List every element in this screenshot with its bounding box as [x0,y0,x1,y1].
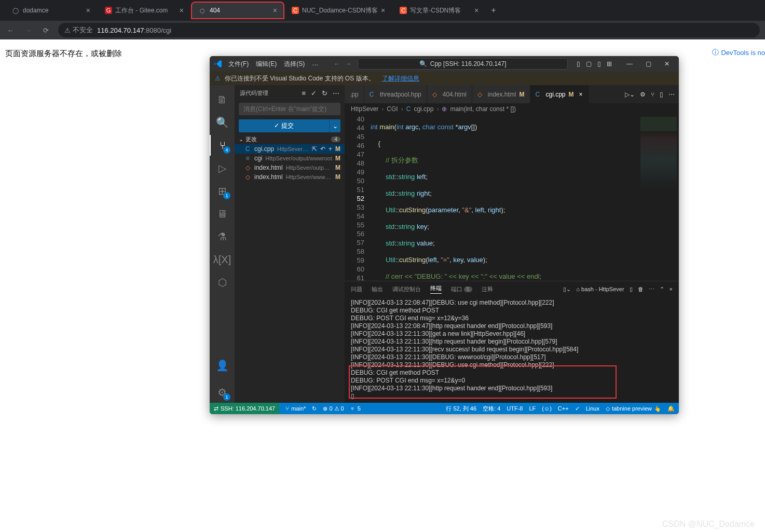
layout-icon[interactable]: ▢ [584,60,593,67]
menu-select[interactable]: 选择(S) [284,60,305,69]
layout-icon[interactable]: ▯ [574,60,582,67]
nav-back-icon[interactable]: ← [334,60,340,67]
forward-button[interactable]: → [23,26,33,34]
search-icon[interactable]: 🔍 [210,112,235,133]
indent-indicator[interactable]: 空格: 4 [483,405,500,413]
feedback-icon[interactable]: (☺) [542,405,552,412]
panel-tab-output[interactable]: 输出 [372,285,383,293]
radio-indicator[interactable]: ᯤ 5 [350,405,361,412]
nav-forward-icon[interactable]: → [345,60,351,67]
editor-tab[interactable]: ◇index.html M [472,85,530,103]
encoding-indicator[interactable]: UTF-8 [507,405,523,412]
commit-dropdown[interactable]: ⌄ [329,119,340,132]
kill-terminal-icon[interactable]: 🗑 [638,286,644,292]
remote-indicator[interactable]: ⇄ SSH: 116.204.70.147 [210,403,279,414]
menu-edit[interactable]: 编辑(E) [256,60,277,69]
panel-tab-terminal[interactable]: 终端 [430,284,442,294]
scm-refresh-icon[interactable]: ↻ [322,89,327,97]
editor-tab[interactable]: .pp [345,85,364,103]
settings-icon[interactable]: ⚙ [640,91,646,98]
tabnine-indicator[interactable]: ◇ tabnine preview 👆 [606,405,661,412]
split-terminal-icon[interactable]: ▯ [630,286,633,293]
run-icon[interactable]: ▷⌄ [625,91,635,98]
tab-csdn-2[interactable]: C 写文章-CSDN博客 × [392,2,486,19]
file-row[interactable]: ≡ cgi HttpSever/output/wwwroot M [235,154,345,163]
hexagon-icon[interactable]: ⬡ [210,272,235,293]
lambda-icon[interactable]: λ[X] [210,249,235,270]
tab-404[interactable]: ◌ 404 × [191,2,284,19]
back-button[interactable]: ← [5,26,16,34]
extensions-icon[interactable]: ⊞1 [210,181,235,201]
editor-tab-active[interactable]: Ccgi.cpp M× [530,85,589,103]
terminal-shell-label[interactable]: ⌂ bash - HttpSever [576,286,624,292]
minimap[interactable] [637,115,679,281]
os-indicator[interactable]: Linux [586,405,599,412]
panel-tab-problems[interactable]: 问题 [351,285,362,293]
commit-button[interactable]: ✓ 提交 [239,119,329,132]
editor-tab[interactable]: Cthreadpool.hpp [364,85,427,103]
close-icon[interactable]: × [273,6,277,15]
more-icon[interactable]: ⋯ [649,286,654,293]
compare-icon[interactable]: ⑂ [651,91,654,98]
eol-indicator[interactable]: LF [529,405,536,412]
close-button[interactable]: ✕ [659,60,675,67]
debug-icon[interactable]: ▷ [210,158,235,179]
crumb[interactable]: CGI [387,105,398,113]
close-icon[interactable]: × [180,6,184,15]
command-center[interactable]: 🔍 Cpp [SSH: 116.204.70.147] [358,58,568,70]
crumb[interactable]: cgi.cpp [414,105,433,113]
tab-github[interactable]: ◯ dodamce × [4,2,98,19]
layout-icon[interactable]: ▯ [595,60,603,67]
language-indicator[interactable]: C++ [558,405,569,412]
close-icon[interactable]: × [381,6,385,15]
prettier-icon[interactable]: ✓ [575,405,580,412]
crumb[interactable]: HttpSever [351,105,378,113]
tab-gitee[interactable]: G 工作台 - Gitee.com × [98,2,191,19]
more-icon[interactable]: ⋯ [668,91,675,98]
terminal-profile-icon[interactable]: ▯⌄ [563,286,571,293]
menu-more[interactable]: … [312,60,318,69]
close-icon[interactable]: × [579,91,583,98]
code-editor[interactable]: 40444546474849505152535455565758596061 i… [345,115,679,281]
insecure-badge[interactable]: ⚠ 不安全 [64,25,93,35]
file-row[interactable]: C cgi.cpp HttpSever/CGI ⇱↶+ M [235,144,345,154]
reload-button[interactable]: ⟳ [40,26,51,34]
editor-tab[interactable]: ◇404.html [427,85,472,103]
scm-view-icon[interactable]: ≡ [302,89,306,97]
remote-explorer-icon[interactable]: 🖥 [210,203,235,224]
settings-icon[interactable]: ⚙1 [210,382,235,403]
sync-indicator[interactable]: ↻ [312,405,317,412]
maximize-button[interactable]: ▢ [640,60,656,67]
commit-message-input[interactable] [239,103,340,115]
learn-more-link[interactable]: 了解详细信息 [382,74,419,83]
testing-icon[interactable]: ⚗ [210,226,235,247]
new-tab-button[interactable]: + [486,6,501,15]
crumb[interactable]: main(int, char const * []) [450,105,516,113]
close-icon[interactable]: × [86,6,90,15]
file-row[interactable]: ◇ index.html HttpSever/wwwroot M [235,172,345,182]
notifications-icon[interactable]: 🔔 [667,405,675,412]
account-icon[interactable]: 👤 [210,355,235,376]
cursor-position[interactable]: 行 52, 列 46 [446,405,476,413]
panel-tab-ports[interactable]: 端口 5 [451,285,472,293]
layout-icon[interactable]: ⊞ [605,60,613,67]
panel-tab-debug[interactable]: 调试控制台 [392,285,421,293]
menu-file[interactable]: 文件(F) [228,60,249,69]
branch-indicator[interactable]: ⑂ main* [285,405,306,412]
close-panel-icon[interactable]: × [670,286,673,292]
code-content[interactable]: int main(int argc, char const *argv[]) {… [371,115,637,281]
scm-more-icon[interactable]: ⋯ [333,89,339,97]
url-input[interactable]: ⚠ 不安全 116.204.70.147:8080/cgi [58,23,760,37]
tab-csdn-1[interactable]: C NUC_Dodamce-CSDN博客 × [284,2,392,19]
maximize-panel-icon[interactable]: ⌃ [660,286,664,293]
breadcrumb[interactable]: HttpSever› CGI› C cgi.cpp› ⊕ main(int, c… [345,103,679,115]
stage-icon[interactable]: + [329,145,332,153]
scm-check-icon[interactable]: ✓ [311,89,317,97]
scm-icon[interactable]: ⑂4 [210,135,235,156]
changes-section[interactable]: ⌄ 更改 4 [235,134,345,144]
problems-indicator[interactable]: ⊗ 0 ⚠ 0 [323,405,344,412]
open-file-icon[interactable]: ⇱ [312,145,317,153]
discard-icon[interactable]: ↶ [320,145,325,153]
minimize-button[interactable]: — [622,60,637,67]
file-row[interactable]: ◇ index.html HttpSever/output/w... M [235,163,345,172]
